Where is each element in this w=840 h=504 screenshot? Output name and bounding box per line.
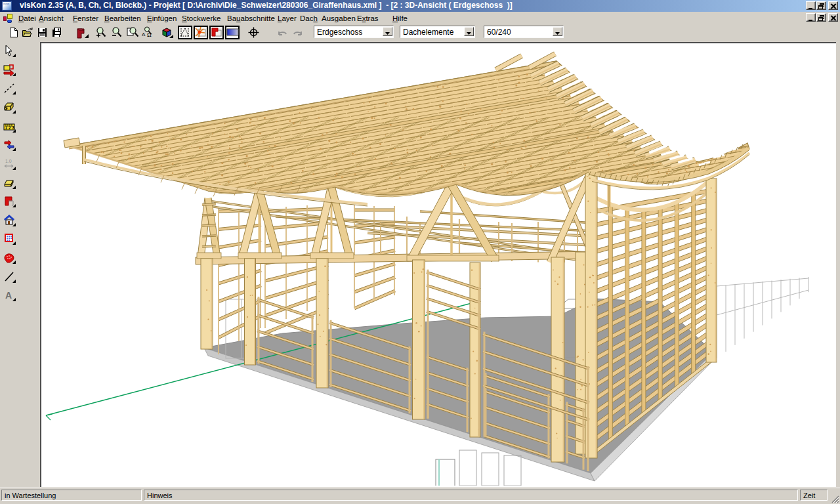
svg-text:1.0: 1.0 <box>5 159 12 163</box>
svg-text:A: A <box>5 290 12 301</box>
svg-text:1 2 3: 1 2 3 <box>5 125 15 130</box>
svg-text:A: A <box>142 32 146 37</box>
svg-text:Ω: Ω <box>147 32 152 38</box>
